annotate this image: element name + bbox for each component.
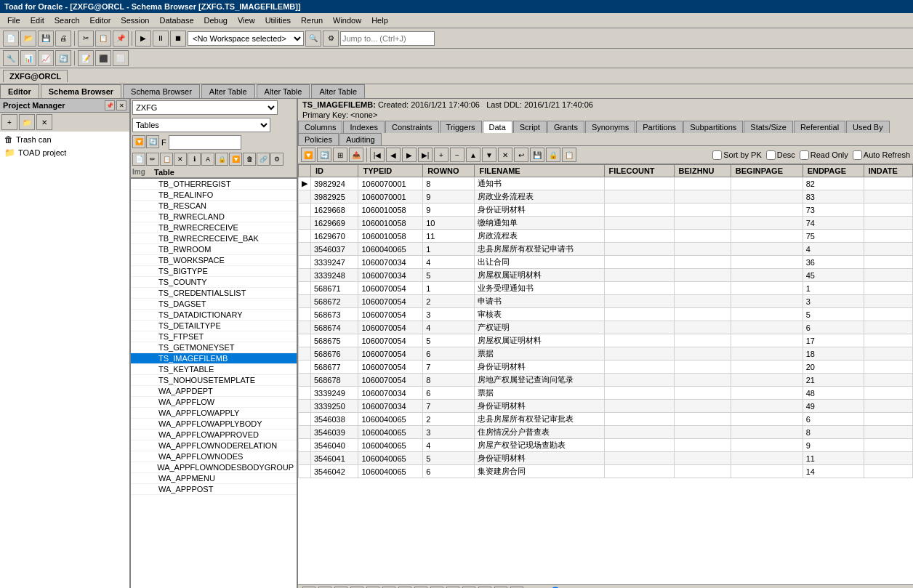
obj-row-ts-detailtype[interactable]: TS_DETAILTYPE <box>131 321 297 331</box>
tb2-btn5[interactable]: 📝 <box>78 50 94 66</box>
desc-checkbox[interactable] <box>766 150 776 160</box>
col-header-filename[interactable]: FILENAME <box>475 165 604 177</box>
ol-btn-new[interactable]: 📄 <box>132 153 145 166</box>
tab-policies[interactable]: Policies <box>298 133 339 145</box>
obj-row-tb-rwrecreceive[interactable]: TB_RWRECRECEIVE <box>131 222 297 233</box>
dt-filter[interactable]: 🔽 <box>301 148 315 162</box>
tab-triggers[interactable]: Triggers <box>440 121 482 133</box>
workspace-combo[interactable]: <No Workspace selected> <box>188 31 304 46</box>
table-row[interactable]: 1629670 1060010058 11 房政流程表 75 <box>299 230 913 243</box>
table-row[interactable]: ▶ 3982924 1060070001 8 通知书 82 <box>299 177 913 190</box>
menu-search[interactable]: Search <box>50 15 84 26</box>
menu-window[interactable]: Window <box>329 15 366 26</box>
obj-row-tb-rescan[interactable]: TB_RESCAN <box>131 201 297 212</box>
menu-database[interactable]: Database <box>155 15 198 26</box>
pm-btn-folder[interactable]: 📁 <box>19 114 35 130</box>
tab-schema-browser-2[interactable]: Schema Browser <box>123 84 200 98</box>
tab-data[interactable]: Data <box>483 121 512 133</box>
obj-row-wa-appflownodes[interactable]: WA_APPFLOWNODES <box>131 451 297 462</box>
col-header-endpage[interactable]: ENDPAGE <box>803 165 864 177</box>
table-row[interactable]: 3546042 1060040065 6 集资建房合同 14 <box>299 465 913 478</box>
schema-select[interactable]: ZXFG <box>132 100 278 115</box>
dt-refresh[interactable]: 🔄 <box>317 148 331 162</box>
tab-schema-browser-1[interactable]: Schema Browser <box>41 84 121 98</box>
toolbar-btn-5[interactable]: ✂ <box>78 31 94 47</box>
type-filter-select[interactable]: Tables <box>132 118 270 132</box>
toolbar-btn-6[interactable]: 📋 <box>95 31 111 47</box>
jump-input[interactable] <box>340 31 435 46</box>
table-row[interactable]: 3339249 1060070034 6 票据 48 <box>299 387 913 400</box>
table-row[interactable]: 1629668 1060010058 9 身份证明材料 73 <box>299 204 913 217</box>
obj-row-wa-appflowapproved[interactable]: WA_APPFLOWAPPROVED <box>131 430 297 440</box>
menu-session[interactable]: Session <box>116 15 153 26</box>
menu-view[interactable]: View <box>233 15 260 26</box>
connection-tab-zxfg[interactable]: ZXFG@ORCL <box>3 70 68 82</box>
obj-row-ts-keytable[interactable]: TS_KEYTABLE <box>131 364 297 375</box>
ol-refresh-btn[interactable]: 🔄 <box>146 135 159 148</box>
obj-row-wa-appflownodesbodygroup[interactable]: WA_APPFLOWNODESBODYGROUP <box>131 462 297 473</box>
dt-export[interactable]: 📤 <box>349 148 363 162</box>
obj-row-ts-ftpset[interactable]: TS_FTPSET <box>131 331 297 342</box>
tab-alter-table-3[interactable]: Alter Table <box>311 84 365 98</box>
obj-row-ts-datadict[interactable]: TS_DATADICTIONARY <box>131 310 297 321</box>
dt-del[interactable]: − <box>450 148 464 162</box>
dt-first[interactable]: |◀ <box>370 148 385 162</box>
toolbar-btn-4[interactable]: 🖨 <box>55 31 71 47</box>
ol-filter-btn[interactable]: 🔽 <box>132 135 145 148</box>
menu-edit[interactable]: Edit <box>26 15 49 26</box>
obj-row-wa-appflow[interactable]: WA_APPFLOW <box>131 397 297 408</box>
dt-up[interactable]: ▲ <box>466 148 480 162</box>
tab-used-by[interactable]: Used By <box>846 121 890 133</box>
ol-btn-filter2[interactable]: 🔽 <box>229 153 242 166</box>
ol-btn-del[interactable]: 🗑 <box>243 153 256 166</box>
tb2-btn7[interactable]: ⬜ <box>113 50 129 66</box>
obj-row-tb-rwrecland[interactable]: TB_RWRECLAND <box>131 212 297 222</box>
table-row[interactable]: 3339248 1060070034 5 房屋权属证明材料 45 <box>299 269 913 282</box>
toolbar-btn-10[interactable]: 🔍 <box>305 31 321 47</box>
obj-row-tb-otherregist[interactable]: TB_OTHERREGIST <box>131 179 297 190</box>
dt-down[interactable]: ▼ <box>482 148 496 162</box>
table-row[interactable]: 568672 1060070054 2 申请书 3 <box>299 295 913 308</box>
col-header-rowno[interactable]: ROWNO <box>423 165 475 177</box>
obj-row-ts-bigtype[interactable]: TS_BIGTYPE <box>131 266 297 277</box>
tab-stats-size[interactable]: Stats/Size <box>744 121 793 133</box>
tab-subpartitions[interactable]: Subpartitions <box>683 121 743 133</box>
menu-debug[interactable]: Debug <box>200 15 232 26</box>
ol-btn-misc[interactable]: ⚙ <box>270 153 283 166</box>
tb2-btn6[interactable]: ⬛ <box>95 50 111 66</box>
tab-partitions[interactable]: Partitions <box>636 121 683 133</box>
dt-next[interactable]: ▶ <box>402 148 417 162</box>
obj-row-wa-appflowapply[interactable]: WA_APPFLOWAPPLY <box>131 408 297 419</box>
table-row[interactable]: 568677 1060070054 7 身份证明材料 20 <box>299 361 913 374</box>
tb2-btn1[interactable]: 🔧 <box>3 50 19 66</box>
toolbar-btn-8[interactable]: ⏸ <box>153 31 169 47</box>
tab-script[interactable]: Script <box>513 121 547 133</box>
col-header-typeid[interactable]: TYPEID <box>358 165 423 177</box>
table-row[interactable]: 568674 1060070054 4 产权证明 6 <box>299 321 913 334</box>
tab-synonyms[interactable]: Synonyms <box>585 121 635 133</box>
tab-alter-table-1[interactable]: Alter Table <box>201 84 255 98</box>
toolbar-btn-11[interactable]: ⚙ <box>323 31 339 47</box>
obj-row-wa-appmenu[interactable]: WA_APPMENU <box>131 473 297 484</box>
dt-grid[interactable]: ⊞ <box>333 148 347 162</box>
readonly-checkbox[interactable] <box>800 150 809 160</box>
panel-close[interactable]: ✕ <box>116 100 126 110</box>
data-grid-container[interactable]: ID TYPEID ROWNO FILENAME FILECOUNT BEIZH… <box>298 164 913 584</box>
col-header-indate[interactable]: INDATE <box>864 165 912 177</box>
table-row[interactable]: 3982925 1060070001 9 房政业务流程表 83 <box>299 190 913 204</box>
ol-btn-edit[interactable]: ✏ <box>146 153 159 166</box>
table-row[interactable]: 3546040 1060040065 4 房屋产权登记现场查勘表 9 <box>299 439 913 452</box>
table-row[interactable]: 1629669 1060010058 10 缴纳通知单 74 <box>299 217 913 230</box>
table-row[interactable]: 568673 1060070054 3 审核表 5 <box>299 308 913 321</box>
toolbar-btn-3[interactable]: 💾 <box>38 31 54 47</box>
dt-save[interactable]: 💾 <box>530 148 544 162</box>
obj-row-ts-county[interactable]: TS_COUNTY <box>131 277 297 288</box>
tab-grants[interactable]: Grants <box>547 121 584 133</box>
col-header-filecount[interactable]: FILECOUNT <box>604 165 674 177</box>
menu-editor[interactable]: Editor <box>86 15 116 26</box>
obj-row-wa-appdept[interactable]: WA_APPDEPT <box>131 386 297 397</box>
menu-utilities[interactable]: Utilities <box>261 15 295 26</box>
dt-add[interactable]: + <box>434 148 449 162</box>
obj-row-ts-credlist[interactable]: TS_CREDENTIALSLIST <box>131 288 297 299</box>
table-row[interactable]: 3339250 1060070034 7 身份证明材料 49 <box>299 400 913 413</box>
